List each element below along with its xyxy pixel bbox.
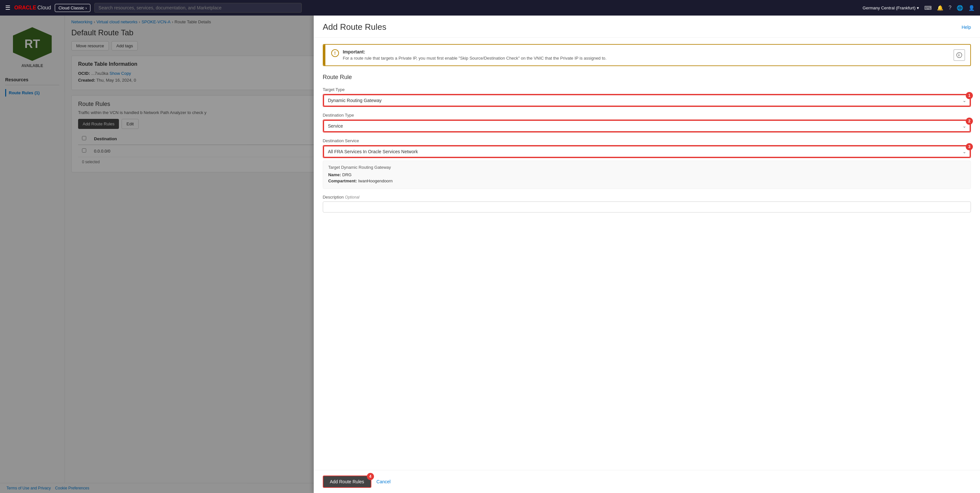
destination-type-group: Destination Type Service 2: [323, 113, 971, 133]
search-input[interactable]: [94, 3, 302, 13]
description-group: Description Optional: [323, 195, 971, 212]
route-rule-form: Route Rule Target Type Dynamic Routing G…: [323, 74, 971, 212]
step3-badge: 3: [966, 143, 973, 150]
add-route-badge-wrapper: Add Route Rules 4: [323, 476, 371, 488]
notice-left-bar: [323, 45, 325, 65]
top-nav: ☰ ORACLE Cloud Cloud Classic › Germany C…: [0, 0, 980, 16]
notice-title: Important:: [343, 49, 950, 54]
user-icon[interactable]: 👤: [968, 5, 975, 11]
help-icon[interactable]: ?: [948, 5, 951, 11]
drg-compartment-row: Compartment: IwanHoogendoorn: [328, 179, 966, 183]
step1-badge: 1: [966, 92, 973, 99]
important-notice: ! Important: For a route rule that targe…: [323, 44, 971, 66]
svg-rect-2: [959, 54, 959, 54]
panel-body: ! Important: For a route rule that targe…: [314, 38, 980, 470]
panel-help-link[interactable]: Help: [961, 25, 971, 30]
optional-label: Optional: [345, 195, 360, 200]
destination-service-group: Destination Service All FRA Services In …: [323, 138, 971, 158]
panel-add-route-button[interactable]: Add Route Rules: [323, 476, 371, 488]
cancel-button[interactable]: Cancel: [377, 479, 391, 484]
panel-title: Add Route Rules: [323, 22, 387, 32]
region-selector[interactable]: Germany Central (Frankfurt) ▾: [863, 5, 919, 10]
step2-badge: 2: [966, 117, 973, 125]
bell-icon[interactable]: 🔔: [937, 5, 943, 11]
target-type-select[interactable]: Dynamic Routing Gateway: [323, 95, 970, 106]
destination-service-label: Destination Service: [323, 138, 971, 143]
target-type-group: Target Type Dynamic Routing Gateway 1: [323, 87, 971, 107]
panel-footer: Add Route Rules 4 Cancel: [314, 470, 980, 493]
drg-info-box: Target Dynamic Routing Gateway Name: DRG…: [323, 161, 971, 189]
oracle-logo: ORACLE Cloud: [14, 5, 51, 11]
notice-help-icon[interactable]: [953, 49, 965, 61]
panel-header: Add Route Rules Help: [314, 16, 980, 38]
route-rule-title: Route Rule: [323, 74, 971, 81]
nav-right: Germany Central (Frankfurt) ▾ ⌨ 🔔 ? 🌐 👤: [863, 5, 975, 11]
step4-badge: 4: [367, 473, 374, 480]
oracle-text: ORACLE: [14, 5, 36, 11]
description-label: Description Optional: [323, 195, 971, 200]
drg-name-row: Name: DRG: [328, 172, 966, 177]
description-input[interactable]: [323, 201, 971, 212]
globe-icon[interactable]: 🌐: [957, 5, 963, 11]
destination-type-label: Destination Type: [323, 113, 971, 117]
cloud-classic-button[interactable]: Cloud Classic ›: [55, 4, 90, 12]
terminal-icon[interactable]: ⌨: [924, 5, 932, 11]
destination-type-select[interactable]: Service: [323, 120, 970, 132]
drg-section-title: Target Dynamic Routing Gateway: [328, 165, 966, 170]
notice-text: For a route rule that targets a Private …: [343, 56, 950, 60]
menu-icon[interactable]: ☰: [5, 4, 10, 11]
target-type-label: Target Type: [323, 87, 971, 92]
notice-content: Important: For a route rule that targets…: [343, 49, 950, 61]
notice-icon: !: [331, 49, 339, 57]
cloud-text: Cloud: [38, 5, 51, 11]
svg-rect-1: [959, 54, 959, 56]
destination-service-select[interactable]: All FRA Services In Oracle Services Netw…: [323, 146, 970, 157]
side-panel: Add Route Rules Help ! Important: For a …: [314, 16, 980, 493]
